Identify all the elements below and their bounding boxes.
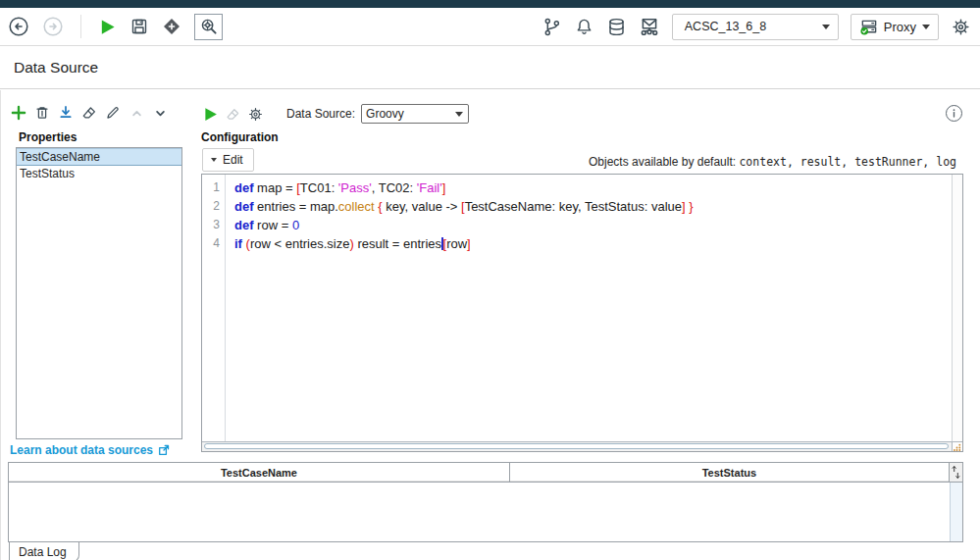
- code-token: , TC02:: [372, 180, 417, 195]
- settings-button[interactable]: [951, 17, 971, 37]
- code-token: def: [234, 218, 254, 232]
- code-token: ]: [467, 236, 471, 251]
- forward-button[interactable]: [42, 16, 64, 37]
- list-item[interactable]: TestCaseName: [17, 148, 181, 166]
- delete-property-button[interactable]: [33, 104, 51, 122]
- panel-left-edge: [0, 90, 1, 560]
- properties-list[interactable]: TestCaseNameTestStatus: [16, 147, 182, 439]
- table-vertical-scrollbar[interactable]: [950, 483, 962, 541]
- clear-properties-button[interactable]: [80, 104, 98, 122]
- objects-hint-names: context, result, testRunner, log: [739, 155, 956, 169]
- code-token: TC01:: [300, 180, 338, 195]
- trash-icon: [33, 104, 51, 122]
- results-table-header-row: TestCaseNameTestStatus: [9, 463, 962, 483]
- learn-link-label: Learn about data sources: [10, 443, 153, 457]
- list-item[interactable]: TestStatus: [17, 166, 181, 183]
- page-header: Data Source: [0, 46, 980, 89]
- code-line[interactable]: def map = [TC01: 'Pass', TC02: 'Fail']: [234, 178, 962, 197]
- tab-data-log[interactable]: Data Log: [9, 542, 79, 560]
- forward-icon: [42, 16, 64, 37]
- edit-button-label: Edit: [223, 153, 243, 167]
- rename-property-button[interactable]: [104, 104, 122, 122]
- inspect-button[interactable]: [194, 14, 223, 40]
- edit-menu-button[interactable]: Edit: [202, 148, 254, 172]
- code-token: result = entries: [354, 236, 441, 251]
- editor-vertical-scrollbar[interactable]: [952, 175, 962, 441]
- run-icon: [202, 106, 219, 123]
- main-toolbar: ACSC_13_6_8 Proxy: [0, 8, 980, 46]
- code-line[interactable]: def row = 0: [234, 216, 962, 234]
- resize-grip-icon: [954, 443, 961, 451]
- environment-select[interactable]: ACSC_13_6_8: [672, 14, 839, 40]
- git-button[interactable]: [542, 17, 562, 37]
- line-number: 1: [202, 178, 220, 197]
- datasource-options-button[interactable]: [246, 105, 264, 123]
- editor-code[interactable]: def map = [TC01: 'Pass', TC02: 'Fail']de…: [226, 175, 962, 441]
- datasource-toolbar: Data Source: Groovy: [201, 104, 469, 124]
- code-token: 'Fail': [417, 180, 442, 195]
- git-branch-icon: [542, 17, 562, 37]
- code-line[interactable]: if (row < entries.size) result = entries…: [234, 234, 962, 253]
- table-options-button[interactable]: [950, 463, 962, 482]
- run-button[interactable]: [98, 18, 117, 36]
- code-token: 0: [292, 218, 299, 232]
- run-datasource-button[interactable]: [201, 105, 219, 123]
- datasource-type-select[interactable]: Groovy: [361, 104, 469, 124]
- clear-datasource-button[interactable]: [224, 105, 241, 123]
- resize-grip[interactable]: [952, 442, 962, 451]
- editor-gutter: 1234: [202, 175, 226, 441]
- plus-icon: [10, 104, 27, 122]
- datasource-type-label: Data Source:: [286, 107, 355, 121]
- import-properties-button[interactable]: [57, 104, 75, 122]
- code-token: row =: [254, 218, 292, 232]
- code-token: def: [234, 180, 254, 195]
- data-log-tab-label: Data Log: [19, 545, 67, 559]
- add-property-button[interactable]: [10, 104, 27, 122]
- magnifier-gear-icon: [199, 17, 219, 36]
- eraser-icon: [225, 106, 241, 123]
- data-button[interactable]: [606, 17, 627, 37]
- results-table: TestCaseNameTestStatus: [8, 462, 963, 542]
- groovy-code-editor[interactable]: 1234 def map = [TC01: 'Pass', TC02: 'Fai…: [201, 174, 963, 452]
- datasource-type-value: Groovy: [366, 107, 455, 121]
- objects-hint-prefix: Objects available by default:: [589, 155, 739, 169]
- page-title: Data Source: [14, 59, 98, 76]
- notifications-button[interactable]: [574, 17, 594, 37]
- code-line[interactable]: def entries = map.collect { key, value -…: [234, 197, 962, 216]
- code-token: collect: [338, 199, 375, 214]
- import-arrow-icon: [57, 104, 75, 122]
- back-button[interactable]: [8, 16, 29, 37]
- code-token: TestCaseName: key, TestStatus: value: [465, 199, 682, 214]
- column-header[interactable]: TestCaseName: [9, 463, 510, 482]
- move-property-up-button[interactable]: [128, 104, 145, 122]
- proxy-button[interactable]: Proxy: [851, 14, 939, 40]
- run-icon: [98, 18, 117, 36]
- code-token: row: [446, 236, 467, 251]
- chevron-down-icon: [922, 25, 930, 29]
- diamond-icon: [162, 17, 181, 36]
- code-token: map =: [254, 180, 297, 195]
- editor-horizontal-scrollbar[interactable]: [202, 441, 962, 451]
- code-token: key, value ->: [383, 199, 461, 214]
- column-header[interactable]: TestStatus: [510, 463, 950, 482]
- info-button[interactable]: [946, 105, 962, 122]
- sort-arrows-icon: [952, 465, 960, 480]
- results-table-body[interactable]: [9, 483, 950, 541]
- chevron-down-icon: [211, 158, 217, 162]
- save-button[interactable]: [129, 17, 149, 36]
- move-property-down-button[interactable]: [151, 104, 169, 122]
- proxy-label: Proxy: [884, 20, 916, 34]
- toolbar-left-group: [0, 14, 223, 40]
- gear-icon: [247, 106, 264, 123]
- editor-body: 1234 def map = [TC01: 'Pass', TC02: 'Fai…: [202, 175, 962, 441]
- learn-about-data-sources-link[interactable]: Learn about data sources: [10, 443, 170, 457]
- properties-label: Properties: [19, 130, 77, 144]
- scrollbar-thumb[interactable]: [204, 443, 949, 449]
- configuration-label: Configuration: [201, 130, 279, 144]
- proxy-server-icon: [859, 18, 878, 36]
- code-token: entries = map.: [254, 199, 338, 214]
- refactor-button[interactable]: [162, 17, 181, 36]
- share-report-button[interactable]: [639, 16, 660, 37]
- ready-api-window: { "colors": { "accent_green": "#28b428",…: [0, 0, 980, 560]
- back-icon: [8, 16, 29, 37]
